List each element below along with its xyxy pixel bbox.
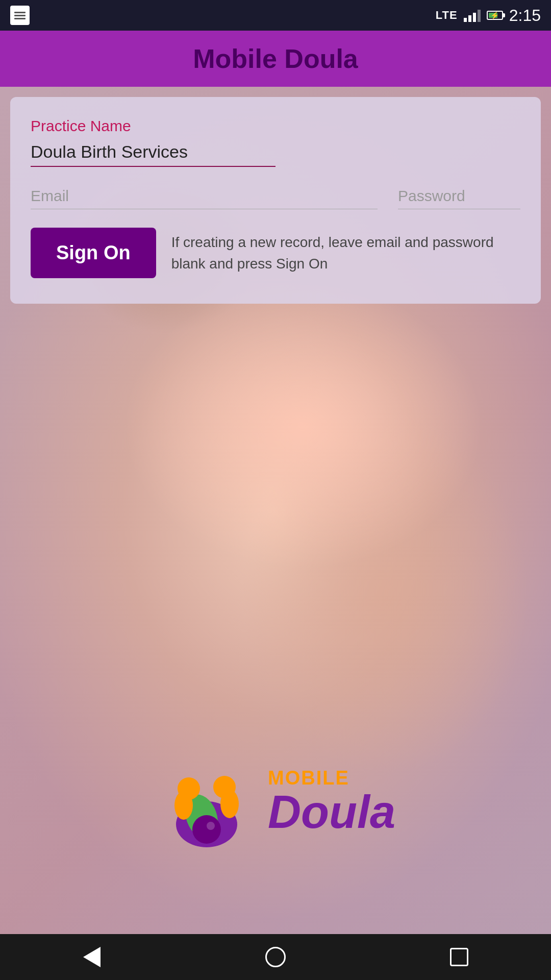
navigation-bar [0,934,551,980]
app-icon [10,6,30,25]
svg-point-6 [192,815,221,844]
status-bar: LTE ⚡ 2:15 [0,0,551,31]
email-input[interactable] [31,187,378,209]
app-header: Mobile Doula [0,31,551,87]
status-bar-right: LTE ⚡ 2:15 [436,6,541,25]
recent-icon [450,948,468,966]
email-input-wrapper [31,187,378,209]
practice-name-input[interactable] [31,142,276,167]
login-card: Practice Name Sign On If creating a new … [10,97,541,304]
back-button[interactable] [71,937,112,977]
lte-indicator: LTE [436,9,458,22]
mobile-doula-logo-icon [156,750,258,852]
home-button[interactable] [255,937,296,977]
status-bar-left [10,6,30,25]
hint-text: If creating a new record, leave email an… [171,232,520,275]
recent-apps-button[interactable] [439,937,480,977]
background-area: Practice Name Sign On If creating a new … [0,87,551,934]
practice-input-wrapper [31,142,520,167]
svg-point-3 [174,791,193,820]
logo-area: MOBILE Doula [156,750,395,852]
svg-point-5 [220,790,239,818]
back-icon [83,947,101,967]
sign-on-button[interactable]: Sign On [31,228,156,278]
signal-icon [464,9,481,22]
svg-point-7 [207,822,215,830]
password-input-wrapper [398,187,520,209]
sign-on-row: Sign On If creating a new record, leave … [31,228,520,278]
status-time: 2:15 [509,6,541,25]
logo-text: MOBILE Doula [268,768,395,835]
password-input[interactable] [398,187,520,209]
practice-name-label: Practice Name [31,117,520,135]
home-icon [265,947,286,967]
battery-icon: ⚡ [487,11,503,20]
credentials-row [31,187,520,209]
logo-doula-label: Doula [268,789,395,835]
app-title: Mobile Doula [193,43,358,74]
logo-mobile-label: MOBILE [268,768,395,789]
